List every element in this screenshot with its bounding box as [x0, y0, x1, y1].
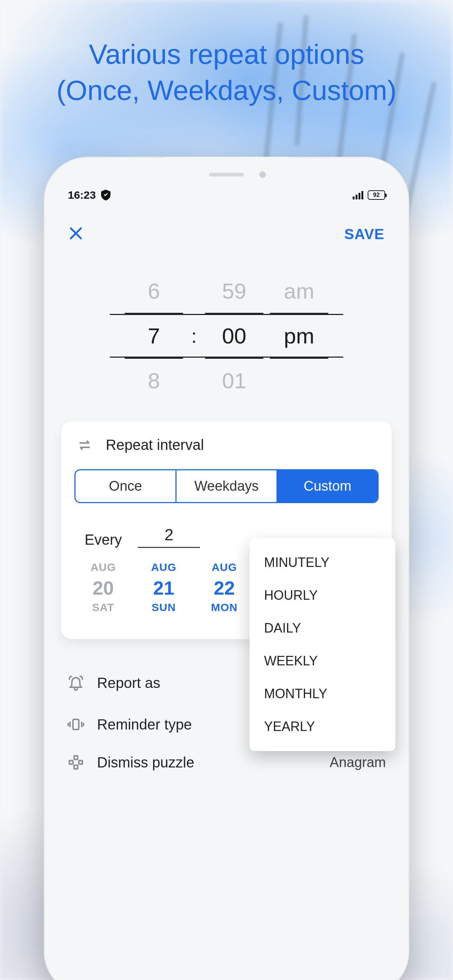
battery-icon: 92: [368, 190, 385, 200]
svg-rect-1: [74, 756, 78, 759]
svg-rect-2: [74, 765, 78, 769]
time-ampm[interactable]: pm: [270, 323, 328, 348]
status-bar: 16:23 92: [61, 186, 392, 204]
freq-option-minutely[interactable]: MINUTELY: [249, 546, 396, 579]
repeat-option-weekdays[interactable]: Weekdays: [175, 470, 276, 502]
freq-option-yearly[interactable]: YEARLY: [249, 710, 396, 743]
time-hour-next: 8: [125, 368, 183, 393]
close-icon: [69, 226, 83, 240]
svg-rect-0: [73, 719, 79, 730]
freq-option-weekly[interactable]: WEEKLY: [249, 644, 396, 678]
phone-frame: 16:23 92 SAVE 6 : 59 am: [44, 157, 409, 980]
repeat-interval-title: Repeat interval: [106, 437, 204, 453]
repeat-segmented: Once Weekdays Custom: [74, 469, 379, 503]
repeat-icon: [77, 437, 93, 453]
signal-icon: [353, 191, 363, 199]
time-minute-next: 01: [205, 368, 263, 393]
repeat-interval-card: Repeat interval Once Weekdays Custom Eve…: [61, 422, 392, 639]
svg-rect-4: [79, 760, 83, 764]
time-picker[interactable]: 6 : 59 am 7 : 00 pm 8 : 01: [110, 269, 343, 402]
time-hour-prev: 6: [125, 278, 183, 304]
close-button[interactable]: [64, 220, 88, 248]
date-cell: AUG 22 MON: [201, 561, 248, 614]
dismiss-puzzle-value: Anagram: [330, 755, 386, 770]
time-hour[interactable]: 7: [125, 323, 183, 348]
save-button[interactable]: SAVE: [340, 223, 389, 245]
svg-rect-3: [69, 760, 73, 764]
dismiss-puzzle-label: Dismiss puzzle: [97, 754, 317, 771]
shield-icon: [101, 189, 110, 200]
freq-option-daily[interactable]: DAILY: [249, 612, 396, 644]
status-time: 16:23: [68, 189, 96, 201]
every-label: Every: [85, 531, 122, 548]
time-ampm-prev: am: [270, 278, 328, 304]
every-input[interactable]: [138, 524, 200, 548]
freq-option-monthly[interactable]: MONTHLY: [249, 678, 396, 710]
date-cell: AUG 21 SUN: [140, 561, 187, 614]
alarm-icon: [67, 674, 85, 692]
frequency-dropdown: MINUTELY HOURLY DAILY WEEKLY MONTHLY YEA…: [249, 538, 396, 751]
vibrate-icon: [67, 716, 85, 733]
time-minute-prev: 59: [205, 278, 263, 304]
promo-heading: Various repeat options (Once, Weekdays, …: [0, 37, 453, 109]
time-minute[interactable]: 00: [205, 323, 263, 348]
repeat-option-custom[interactable]: Custom: [276, 470, 378, 502]
date-cell: AUG 20 SAT: [80, 561, 127, 614]
report-as-label: Report as: [97, 675, 246, 691]
freq-option-hourly[interactable]: HOURLY: [249, 579, 396, 612]
puzzle-icon: [67, 754, 85, 771]
repeat-option-once[interactable]: Once: [75, 470, 175, 502]
